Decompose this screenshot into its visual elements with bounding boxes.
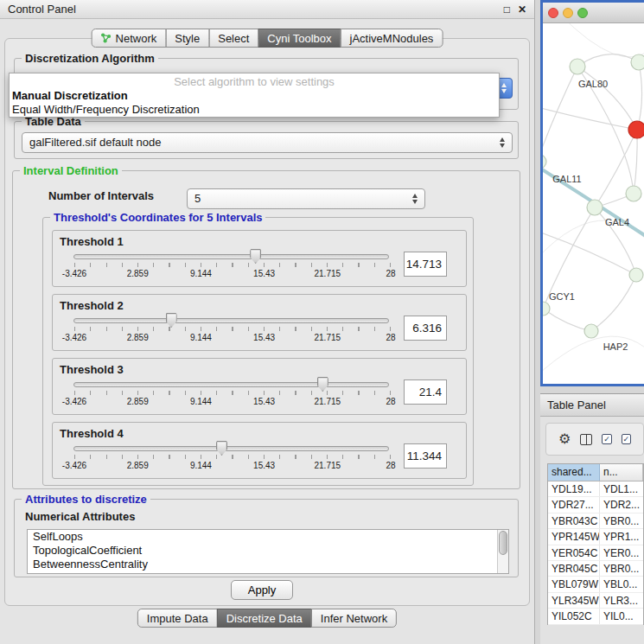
- network-edge[interactable]: [591, 275, 636, 331]
- tick-label: 21.715: [315, 397, 341, 406]
- threshold-slider-track[interactable]: [73, 382, 389, 387]
- tick-label: 9.144: [190, 397, 212, 406]
- network-edge[interactable]: [577, 67, 637, 130]
- tab-cyni-toolbox[interactable]: Cyni Toolbox: [258, 29, 341, 48]
- threshold-slider-track[interactable]: [73, 318, 389, 323]
- cell-shared-name: YDR27...: [548, 497, 600, 512]
- table-panel-title: Table Panel: [547, 399, 606, 411]
- node-attribute-table: shared...n... YDL19...YDL1...YDR27...YDR…: [547, 463, 644, 625]
- algorithm-option-manual-discretization[interactable]: Manual Discretization: [10, 89, 499, 103]
- table-row[interactable]: YPR145WYPR1...: [548, 529, 643, 545]
- threshold-slider-thumb[interactable]: [166, 313, 177, 328]
- attribute-item-betweennesscentrality[interactable]: BetweennessCentrality: [28, 558, 508, 571]
- network-view-window: GAL80GAL11GAL4GCY1HAP2: [540, 0, 644, 386]
- threshold-slider-thumb[interactable]: [250, 249, 261, 264]
- column-header-n[interactable]: n...: [600, 464, 643, 481]
- combobox-stepper-icon[interactable]: [411, 194, 419, 204]
- network-edge: [560, 23, 644, 57]
- thresholds-group: Threshold's Coordinates for 5 Intervals …: [42, 217, 474, 486]
- arrow-down-icon: [501, 89, 507, 93]
- threshold-label: Threshold 3: [60, 363, 124, 376]
- network-edge[interactable]: [543, 106, 637, 130]
- threshold-value-field[interactable]: 6.316: [404, 316, 447, 341]
- numerical-attributes-list[interactable]: SelfLoopsTopologicalCoefficientBetweenne…: [27, 529, 509, 574]
- network-edge[interactable]: [543, 309, 591, 331]
- table-data-combobox[interactable]: galFiltered.sif default node: [22, 132, 513, 153]
- tab-select[interactable]: Select: [208, 29, 258, 48]
- threshold-slider-track[interactable]: [73, 254, 389, 259]
- network-edge[interactable]: [543, 231, 636, 275]
- combobox-stepper-icon[interactable]: [498, 137, 507, 148]
- table-row[interactable]: YDR27...YDR2...: [548, 497, 643, 513]
- table-row[interactable]: YBR043CYBR0...: [548, 513, 643, 529]
- table-row[interactable]: YIL052CYIL0...: [548, 609, 643, 624]
- network-edge[interactable]: [577, 54, 639, 67]
- network-node[interactable]: [543, 155, 546, 169]
- network-canvas[interactable]: GAL80GAL11GAL4GCY1HAP2: [543, 23, 644, 384]
- tick-label: 15.43: [253, 397, 275, 406]
- table-row[interactable]: YDL19...YDL1...: [548, 481, 643, 497]
- network-graph: GAL80GAL11GAL4GCY1HAP2: [543, 23, 644, 384]
- threshold-value-field[interactable]: 14.713: [404, 252, 447, 277]
- network-node[interactable]: [626, 186, 641, 201]
- tab-impute-data[interactable]: Impute Data: [137, 609, 218, 628]
- threshold-slider-track[interactable]: [73, 446, 389, 451]
- cell-name: YPR1...: [600, 529, 643, 544]
- network-node[interactable]: [631, 54, 644, 70]
- select-all-checkbox-icon[interactable]: ✓: [602, 434, 611, 444]
- gear-icon[interactable]: ⚙: [558, 432, 571, 446]
- table-panel-titlebar: Table Panel: [540, 394, 644, 417]
- tab-jactivemnodules[interactable]: jActiveMNodules: [341, 29, 443, 48]
- float-window-icon[interactable]: □: [504, 3, 510, 16]
- network-node[interactable]: [543, 302, 550, 316]
- threshold-slider-thumb[interactable]: [317, 377, 328, 392]
- attributes-group-title: Attributes to discretize: [22, 493, 150, 506]
- tab-infer-network[interactable]: Infer Network: [311, 609, 397, 628]
- tab-network[interactable]: Network: [92, 29, 167, 48]
- table-row[interactable]: YER054CYER0...: [548, 545, 643, 561]
- number-of-intervals-combobox[interactable]: 5: [187, 188, 425, 209]
- app-root: Control Panel □ ✕ NetworkStyleSelectCyni…: [0, 0, 644, 644]
- tick-label: -3.426: [62, 461, 86, 470]
- node-label: GCY1: [549, 291, 575, 302]
- algorithm-option-equal-width-frequency-discretization[interactable]: Equal Width/Frequency Discretization: [10, 103, 499, 117]
- panel-title: Control Panel: [8, 3, 76, 16]
- close-traffic-light-icon[interactable]: [548, 8, 558, 18]
- network-node[interactable]: [570, 59, 585, 74]
- tab-label: Discretize Data: [226, 612, 303, 625]
- network-edge[interactable]: [637, 62, 642, 130]
- tab-discretize-data[interactable]: Discretize Data: [217, 609, 312, 628]
- network-node[interactable]: [629, 268, 643, 282]
- list-scrollbar[interactable]: [497, 530, 508, 573]
- attributes-group: Attributes to discretize Numerical Attri…: [14, 499, 519, 577]
- close-icon[interactable]: ✕: [518, 3, 526, 16]
- threshold-slider-thumb[interactable]: [216, 441, 227, 456]
- cell-shared-name: YIL052C: [548, 609, 600, 623]
- tab-style[interactable]: Style: [165, 29, 209, 48]
- table-row[interactable]: YLR345WYLR3...: [548, 593, 643, 609]
- scrollbar-thumb[interactable]: [499, 531, 507, 555]
- tab-label: Cyni Toolbox: [267, 32, 331, 45]
- attribute-item-topologicalcoefficient[interactable]: TopologicalCoefficient: [28, 544, 508, 558]
- network-node[interactable]: [628, 121, 644, 138]
- apply-button[interactable]: Apply: [231, 580, 293, 600]
- attribute-item-selfloops[interactable]: SelfLoops: [28, 530, 508, 544]
- control-panel-body: Discretization Algorithm Select algorith…: [4, 38, 530, 606]
- network-edge[interactable]: [634, 130, 637, 194]
- table-row[interactable]: YBL079WYBL0...: [548, 577, 643, 592]
- node-label: GAL11: [552, 174, 581, 184]
- tick-label: 28: [386, 397, 395, 406]
- network-window-titlebar[interactable]: [543, 3, 644, 23]
- select-none-checkbox-icon[interactable]: ✓: [622, 434, 631, 444]
- node-label: GAL4: [605, 217, 629, 227]
- network-edge: [543, 220, 644, 283]
- zoom-traffic-light-icon[interactable]: [577, 8, 588, 18]
- threshold-value-field[interactable]: 11.344: [404, 443, 447, 469]
- table-columns-icon[interactable]: [580, 434, 592, 445]
- table-row[interactable]: YBR045CYBR0...: [548, 561, 643, 577]
- threshold-value-field[interactable]: 21.4: [404, 379, 447, 405]
- network-node[interactable]: [587, 200, 603, 215]
- network-node[interactable]: [584, 324, 598, 338]
- minimize-traffic-light-icon[interactable]: [563, 8, 573, 18]
- column-header-shared[interactable]: shared...: [548, 464, 600, 481]
